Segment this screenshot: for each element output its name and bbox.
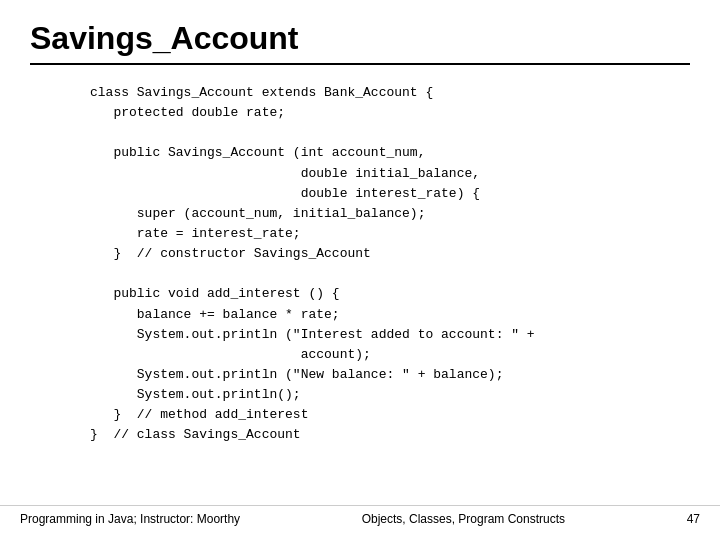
slide-container: Savings_Account class Savings_Account ex… — [0, 0, 720, 540]
footer-left: Programming in Java; Instructor: Moorthy — [20, 512, 240, 526]
footer-right: 47 — [687, 512, 700, 526]
slide-title: Savings_Account — [30, 20, 690, 65]
code-block: class Savings_Account extends Bank_Accou… — [30, 83, 690, 446]
footer: Programming in Java; Instructor: Moorthy… — [0, 505, 720, 526]
footer-center: Objects, Classes, Program Constructs — [362, 512, 565, 526]
